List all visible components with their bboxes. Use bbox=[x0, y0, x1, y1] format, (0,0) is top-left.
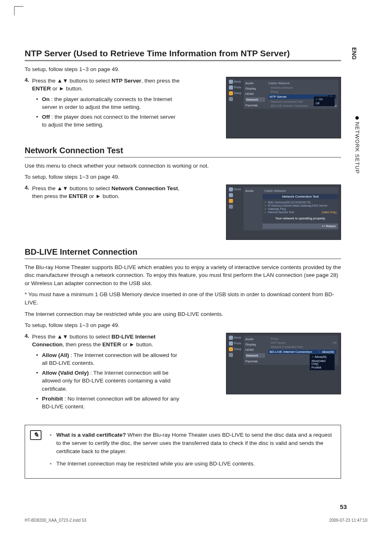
page-number: 53 bbox=[340, 503, 347, 510]
bdlive-p2: * You must have a minimum 1 GB USB Memor… bbox=[25, 290, 341, 306]
ntp-dropdown: On Off bbox=[314, 96, 335, 106]
note-box: ✎ ▪ What is a valid certificate? When th… bbox=[25, 425, 341, 479]
bdlive-heading: BD-LIVE Internet Connection bbox=[25, 247, 341, 259]
extra-icon bbox=[229, 353, 244, 357]
ntp-screenshot: Music Photo Setup Audio Display HDMI Net… bbox=[226, 77, 341, 138]
allow-all-bullet: • Allow (All) : The Internet connection … bbox=[36, 351, 181, 367]
footer-datetime: 2009-07-23 11:47:10 bbox=[329, 518, 367, 523]
page-content: NTP Server (Used to Retrieve Time Inform… bbox=[25, 41, 341, 479]
bdlive-dropdown: Allow(All) Allow(Valid Only) Prohibit bbox=[309, 354, 335, 371]
setup-icon: Setup bbox=[229, 347, 244, 351]
bdlive-step-4: 4. Press the ▲▼ buttons to select BD-LIV… bbox=[25, 333, 181, 349]
music-icon: Music bbox=[229, 187, 244, 191]
side-tab: ENG NETWORK SETUP bbox=[351, 47, 363, 174]
extra-icon bbox=[229, 97, 244, 101]
nct-heading: Network Connection Test bbox=[25, 146, 341, 158]
prohibit-bullet: • Prohibit : No Internet connection will… bbox=[36, 395, 181, 411]
section-label: NETWORK SETUP bbox=[354, 122, 360, 174]
music-icon: Music bbox=[229, 80, 244, 84]
photo-icon bbox=[229, 193, 244, 197]
allow-valid-bullet: • Allow (Valid Only) : The Internet conn… bbox=[36, 369, 181, 393]
nct-p1: Use this menu to check whether your netw… bbox=[25, 162, 341, 170]
nct-screenshot: Music Audio Cable Network Network Connec… bbox=[226, 184, 341, 240]
bdlive-screenshot: Music Photo Setup Audio Display HDMI Net… bbox=[226, 333, 341, 394]
ntp-server-heading: NTP Server (Used to Retrieve Time Inform… bbox=[25, 48, 341, 61]
ntp-on-bullet: • On : the player automatically connects… bbox=[36, 95, 181, 111]
extra-icon bbox=[229, 205, 244, 209]
ntp-off-bullet: • Off : the player does not connect to t… bbox=[36, 113, 181, 129]
bdlive-p4: To setup, follow steps 1~3 on page 49. bbox=[25, 321, 341, 329]
photo-icon: Photo bbox=[229, 341, 244, 346]
ntp-intro: To setup, follow steps 1~3 on page 49. bbox=[25, 65, 341, 74]
note-icon: ✎ bbox=[30, 430, 42, 440]
bdlive-p1: The Blu-ray Home Theater supports BD-LIV… bbox=[25, 263, 341, 288]
ntp-step-4: 4. Press the ▲▼ buttons to select NTP Se… bbox=[25, 77, 181, 93]
setup-icon: Setup bbox=[229, 91, 244, 95]
bdlive-p3: The Internet connection may be restricte… bbox=[25, 310, 341, 318]
setup-icon bbox=[229, 199, 244, 203]
nct-step-4: 4. Press the ▲▼ buttons to select Networ… bbox=[25, 184, 181, 200]
photo-icon: Photo bbox=[229, 85, 244, 90]
nct-p2: To setup, follow steps 1~3 on page 49. bbox=[25, 173, 341, 181]
music-icon: Music bbox=[229, 336, 244, 340]
footer-file: HT-BD8200_XAA_0723-2.indd 53 bbox=[25, 518, 86, 523]
language-badge: ENG bbox=[351, 47, 357, 60]
bullet-icon bbox=[355, 116, 359, 120]
